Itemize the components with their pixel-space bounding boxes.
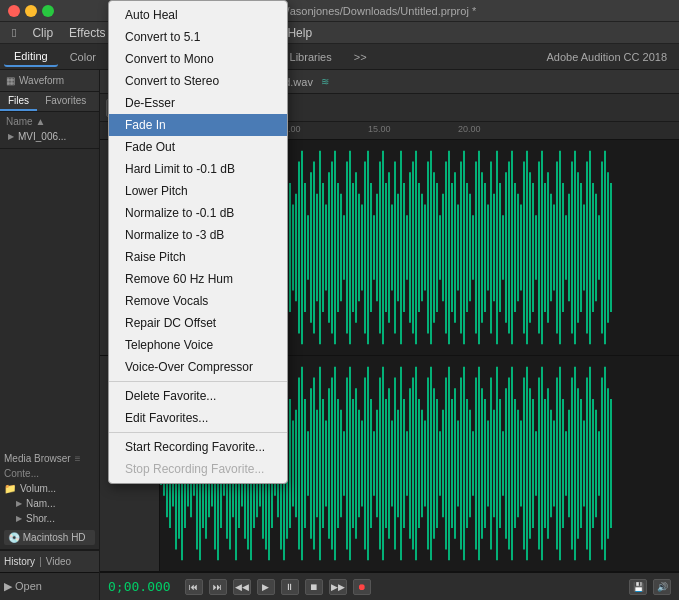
svg-rect-287 bbox=[562, 399, 564, 528]
menu-normalize-01[interactable]: Normalize to -0.1 dB bbox=[109, 202, 287, 224]
media-browser-menu-icon[interactable]: ≡ bbox=[75, 453, 81, 464]
history-tab[interactable]: History bbox=[4, 556, 35, 567]
record-btn[interactable]: ⏺ bbox=[353, 579, 371, 595]
menu-clip[interactable]: Clip bbox=[24, 24, 61, 42]
file-list-section: Name ▲ ▶ MVI_006... bbox=[0, 112, 99, 149]
svg-rect-62 bbox=[343, 215, 345, 280]
open-btn[interactable]: ▶ Open bbox=[4, 580, 42, 593]
menu-convert-stereo[interactable]: Convert to Stereo bbox=[109, 70, 287, 92]
shortcuts-item[interactable]: ▶ Shor... bbox=[4, 511, 95, 526]
tab-libraries[interactable]: Libraries bbox=[280, 48, 342, 66]
svg-rect-275 bbox=[526, 367, 528, 561]
svg-rect-271 bbox=[514, 399, 516, 528]
svg-rect-57 bbox=[328, 172, 330, 323]
svg-rect-44 bbox=[289, 183, 291, 312]
app-name: Adobe Audition CC 2018 bbox=[547, 51, 675, 63]
svg-rect-103 bbox=[466, 183, 468, 312]
rewind-btn[interactable]: ◀◀ bbox=[233, 579, 251, 595]
svg-rect-238 bbox=[415, 367, 417, 561]
svg-rect-250 bbox=[451, 399, 453, 528]
svg-rect-273 bbox=[520, 421, 522, 507]
menu-telephone[interactable]: Telephone Voice bbox=[109, 334, 287, 356]
svg-rect-112 bbox=[493, 194, 495, 302]
menu-auto-heal[interactable]: Auto Heal bbox=[109, 4, 287, 26]
menu-remove-vocals[interactable]: Remove Vocals bbox=[109, 290, 287, 312]
menu-de-esser[interactable]: De-Esser bbox=[109, 92, 287, 114]
export-btn[interactable]: 💾 bbox=[629, 579, 647, 595]
menu-remove-60hz[interactable]: Remove 60 Hz Hum bbox=[109, 268, 287, 290]
svg-rect-217 bbox=[352, 399, 354, 528]
skip-to-end-btn[interactable]: ⏭ bbox=[209, 579, 227, 595]
favorites-tab[interactable]: Favorites bbox=[37, 92, 94, 111]
tab-more[interactable]: >> bbox=[344, 48, 377, 66]
waveform-icon: ▦ bbox=[6, 75, 15, 86]
svg-rect-209 bbox=[328, 388, 330, 539]
fast-forward-btn[interactable]: ▶▶ bbox=[329, 579, 347, 595]
svg-rect-144 bbox=[589, 151, 591, 345]
svg-rect-284 bbox=[553, 421, 555, 507]
menu-hard-limit[interactable]: Hard Limit to -0.1 dB bbox=[109, 158, 287, 180]
files-tab[interactable]: Files bbox=[0, 92, 37, 111]
svg-rect-295 bbox=[586, 378, 588, 550]
svg-rect-215 bbox=[346, 378, 348, 550]
favorites-dropdown: Auto Heal Convert to 5.1 Convert to Mono… bbox=[108, 0, 288, 484]
stop-btn[interactable]: ⏹ bbox=[305, 579, 323, 595]
svg-rect-292 bbox=[577, 388, 579, 539]
menu-effects[interactable]: Effects bbox=[61, 24, 113, 42]
menu-fade-out[interactable]: Fade Out bbox=[109, 136, 287, 158]
svg-rect-65 bbox=[352, 183, 354, 312]
menu-convert-5-1[interactable]: Convert to 5.1 bbox=[109, 26, 287, 48]
svg-rect-210 bbox=[331, 378, 333, 550]
file-item[interactable]: ▶ MVI_006... bbox=[6, 129, 93, 144]
maximize-button[interactable] bbox=[42, 5, 54, 17]
svg-rect-68 bbox=[361, 205, 363, 291]
svg-rect-97 bbox=[448, 151, 450, 345]
svg-rect-143 bbox=[586, 162, 588, 334]
volume-btn[interactable]: 🔊 bbox=[653, 579, 671, 595]
menu-fade-in[interactable]: Fade In bbox=[109, 114, 287, 136]
svg-rect-231 bbox=[394, 378, 396, 550]
svg-rect-198 bbox=[295, 410, 297, 518]
content-label: Conte... bbox=[4, 468, 95, 479]
macintosh-hd[interactable]: 💿 Macintosh HD bbox=[4, 530, 95, 545]
minimize-button[interactable] bbox=[25, 5, 37, 17]
svg-rect-78 bbox=[391, 205, 393, 291]
tab-editing[interactable]: Editing bbox=[4, 47, 58, 67]
svg-rect-126 bbox=[535, 215, 537, 280]
svg-rect-263 bbox=[490, 378, 492, 550]
tab-color[interactable]: Color bbox=[60, 48, 106, 66]
menu-edit-favorites[interactable]: Edit Favorites... bbox=[109, 407, 287, 429]
menu-start-recording[interactable]: Start Recording Favorite... bbox=[109, 436, 287, 458]
menu-voiceover[interactable]: Voice-Over Compressor bbox=[109, 356, 287, 378]
menu-apple[interactable]:  bbox=[4, 24, 24, 42]
close-button[interactable] bbox=[8, 5, 20, 17]
svg-rect-145 bbox=[592, 183, 594, 312]
menu-raise-pitch[interactable]: Raise Pitch bbox=[109, 246, 287, 268]
video-tab[interactable]: Video bbox=[46, 556, 71, 567]
svg-rect-77 bbox=[388, 172, 390, 323]
menu-delete-favorite[interactable]: Delete Favorite... bbox=[109, 385, 287, 407]
time-mark-20: 20.00 bbox=[458, 124, 481, 134]
menu-repair-dc[interactable]: Repair DC Offset bbox=[109, 312, 287, 334]
svg-rect-259 bbox=[478, 367, 480, 561]
menu-convert-mono[interactable]: Convert to Mono bbox=[109, 48, 287, 70]
svg-rect-224 bbox=[373, 431, 375, 496]
skip-to-start-btn[interactable]: ⏮ bbox=[185, 579, 203, 595]
svg-rect-291 bbox=[574, 367, 576, 561]
menu-normalize-3[interactable]: Normalize to -3 dB bbox=[109, 224, 287, 246]
svg-rect-234 bbox=[403, 399, 405, 528]
svg-rect-45 bbox=[292, 205, 294, 291]
menu-bar:  Clip Effects Favorites View Window Hel… bbox=[0, 22, 679, 44]
svg-rect-104 bbox=[469, 194, 471, 302]
play-btn[interactable]: ▶ bbox=[257, 579, 275, 595]
svg-rect-226 bbox=[379, 378, 381, 550]
svg-rect-117 bbox=[508, 162, 510, 334]
svg-rect-132 bbox=[553, 205, 555, 291]
pause-btn[interactable]: ⏸ bbox=[281, 579, 299, 595]
svg-rect-49 bbox=[304, 183, 306, 312]
volume-item[interactable]: 📁 Volum... bbox=[4, 481, 95, 496]
menu-lower-pitch[interactable]: Lower Pitch bbox=[109, 180, 287, 202]
name-item[interactable]: ▶ Nam... bbox=[4, 496, 95, 511]
svg-rect-51 bbox=[310, 172, 312, 323]
svg-rect-229 bbox=[388, 388, 390, 539]
